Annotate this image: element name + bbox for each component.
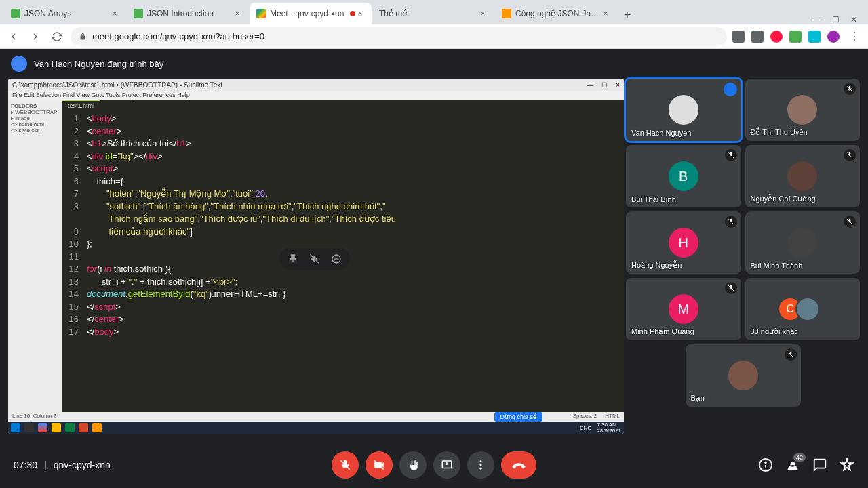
muted-icon xyxy=(844,83,856,95)
chat-button[interactable] xyxy=(812,458,827,472)
presentation-area: C:\xampp\htdocs\JSON\test1.html • (WEBBO… xyxy=(8,79,624,434)
browser-tab[interactable]: JSON Arrays × xyxy=(4,3,126,24)
new-tab-button[interactable]: + xyxy=(618,5,637,24)
participant-tile[interactable]: B Bùi Thái Bình xyxy=(626,145,741,207)
participant-tile[interactable]: H Hoàng Nguyễn xyxy=(626,211,741,274)
mute-audio-icon[interactable] xyxy=(308,252,321,266)
sublime-menubar: File Edit Selection Find View Goto Tools… xyxy=(8,91,624,100)
window-controls: — ☐ ✕ xyxy=(813,15,864,24)
participant-name: Bùi Thái Bình xyxy=(631,195,676,203)
presenting-text: Van Hach Nguyen đang trình bày xyxy=(34,59,163,69)
avatar: M xyxy=(669,294,698,324)
muted-icon xyxy=(725,282,737,294)
tab-close-icon[interactable]: × xyxy=(110,9,119,18)
chrome-icon xyxy=(38,423,47,432)
muted-icon xyxy=(785,348,797,361)
self-name: Bạn xyxy=(691,394,705,403)
back-button[interactable] xyxy=(5,28,22,45)
raise-hand-button[interactable] xyxy=(399,451,427,479)
start-icon xyxy=(11,423,20,432)
browser-tab[interactable]: JSON Introduction × xyxy=(127,3,249,24)
windows-taskbar: ENG 7:30 AM28/9/2021 xyxy=(8,422,624,434)
minimize-icon[interactable]: — xyxy=(813,15,821,24)
avatar xyxy=(669,95,698,125)
call-controls xyxy=(332,451,536,479)
self-tile[interactable]: Bạn xyxy=(686,344,801,407)
browser-tab[interactable]: Thẻ mới × xyxy=(372,3,494,24)
file-tab: test1.html xyxy=(62,100,100,110)
meet-app: Van Hach Nguyen đang trình bày C:\xampp\… xyxy=(0,49,868,488)
floating-controls[interactable] xyxy=(279,248,350,270)
camera-ext-icon[interactable] xyxy=(732,30,745,43)
people-button[interactable]: 42 xyxy=(785,458,800,472)
meet-bottom-bar: 07:30 | qnv-cpyd-xnn 42 xyxy=(0,442,868,488)
participant-tile-overflow[interactable]: C 33 người khác xyxy=(745,278,861,340)
pin-icon[interactable] xyxy=(286,252,300,266)
sublime-icon xyxy=(92,423,102,432)
profile-avatar-icon[interactable] xyxy=(827,30,840,43)
presenter-avatar-icon xyxy=(11,56,27,72)
browser-tab[interactable]: Công nghệ JSON-Javacript × xyxy=(495,3,617,24)
tab-title: Thẻ mới xyxy=(379,9,478,18)
reload-button[interactable] xyxy=(49,28,65,45)
browser-tab-active[interactable]: Meet - qnv-cpyd-xnn × xyxy=(250,3,372,24)
tab-title: Công nghệ JSON-Javacript xyxy=(515,9,601,18)
participant-tile[interactable]: Đỗ Thị Thu Uyên xyxy=(745,79,861,141)
opera-ext-icon[interactable] xyxy=(770,30,783,43)
more-options-button[interactable] xyxy=(467,451,494,479)
svg-point-18 xyxy=(765,462,766,463)
avatar xyxy=(787,161,817,191)
participant-grid: Van Hach Nguyen Đỗ Thị Thu Uyên B Bùi Th… xyxy=(626,79,860,434)
share-ext-icon[interactable] xyxy=(751,30,764,43)
self-avatar xyxy=(728,361,758,390)
svg-point-15 xyxy=(480,468,482,470)
avatar xyxy=(787,228,817,258)
remove-icon[interactable] xyxy=(330,252,343,266)
ext-icon[interactable] xyxy=(789,30,802,43)
language-indicator: ENG xyxy=(580,425,591,431)
present-button[interactable] xyxy=(433,451,460,479)
favicon-icon xyxy=(134,9,143,18)
activities-button[interactable] xyxy=(840,458,854,472)
cursor-position: Line 10, Column 2 xyxy=(12,413,56,421)
right-controls: 42 xyxy=(758,458,854,472)
forward-button[interactable] xyxy=(27,28,43,45)
close-window-icon[interactable]: ✕ xyxy=(850,15,857,24)
participant-tile[interactable]: M Minh Phạm Quang xyxy=(626,278,741,340)
maximize-icon: ☐ xyxy=(601,81,608,89)
browser-menu-button[interactable]: ⋮ xyxy=(846,28,863,45)
participant-tile[interactable]: Nguyễn Chí Cường xyxy=(745,145,861,207)
participant-tile[interactable]: Bùi Minh Thành xyxy=(745,211,861,274)
avatar xyxy=(795,297,820,321)
ext-icon[interactable] xyxy=(808,30,821,43)
hangup-button[interactable] xyxy=(501,451,536,479)
meeting-info: 07:30 | qnv-cpyd-xnn xyxy=(14,460,111,470)
camera-button[interactable] xyxy=(366,451,393,479)
url-text: meet.google.com/qnv-cpyd-xnn?authuser=0 xyxy=(92,31,264,41)
line-gutter: 1234567891011121314151617 xyxy=(62,100,83,415)
participant-tile[interactable]: Van Hach Nguyen xyxy=(626,79,741,141)
muted-icon xyxy=(725,149,737,161)
participant-name: Đỗ Thị Thu Uyên xyxy=(751,128,808,137)
overflow-count: 33 người khác xyxy=(751,327,798,336)
folder-item: ▸ image xyxy=(11,115,60,121)
tab-close-icon[interactable]: × xyxy=(601,9,610,18)
tab-close-icon[interactable]: × xyxy=(355,9,365,18)
participant-name: Van Hach Nguyen xyxy=(631,129,691,137)
tab-close-icon[interactable]: × xyxy=(233,9,242,18)
maximize-icon[interactable]: ☐ xyxy=(832,15,840,24)
excel-icon xyxy=(65,423,75,432)
sublime-sidebar: FOLDERS ▸ WEBBOOTTRAP ▸ image <> home.ht… xyxy=(8,100,62,415)
muted-icon xyxy=(725,216,737,228)
tab-close-icon[interactable]: × xyxy=(478,9,488,18)
sublime-titlebar: C:\xampp\htdocs\JSON\test1.html • (WEBBO… xyxy=(8,79,624,91)
tab-title: Meet - qnv-cpyd-xnn xyxy=(270,9,346,18)
participant-name: Nguyễn Chí Cường xyxy=(751,195,816,203)
folder-item: ▸ WEBBOOTTRAP xyxy=(11,109,60,115)
mic-button[interactable] xyxy=(332,451,359,479)
lock-icon xyxy=(79,33,87,41)
info-button[interactable] xyxy=(758,458,773,472)
meeting-code: qnv-cpyd-xnn xyxy=(54,460,111,470)
url-input[interactable]: meet.google.com/qnv-cpyd-xnn?authuser=0 xyxy=(71,27,727,46)
tab-title: JSON Arrays xyxy=(24,9,110,18)
